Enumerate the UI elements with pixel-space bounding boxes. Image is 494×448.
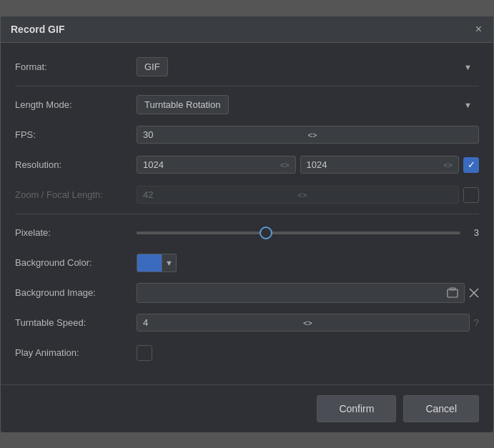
dialog-content: Format: GIF Length Mode: Turntable Rotat… <box>1 43 493 384</box>
fps-control: 30 <> <box>137 126 479 144</box>
length-mode-row: Length Mode: Turntable Rotation <box>15 94 479 116</box>
zoom-row: Zoom / Focal Length: 42 <> <box>15 184 479 206</box>
format-control: GIF <box>137 57 479 76</box>
play-animation-label: Play Animation: <box>15 347 137 358</box>
background-image-control <box>137 283 479 303</box>
fps-arrows[interactable]: <> <box>308 131 473 139</box>
resolution-row: Resolution: 1024 <> 1024 <> <box>15 154 479 176</box>
zoom-value: 42 <box>143 189 298 200</box>
zoom-control: 42 <> <box>137 186 479 204</box>
background-image-clear-icon[interactable] <box>469 288 479 298</box>
cancel-button[interactable]: Cancel <box>403 395 479 422</box>
resolution-label: Resolution: <box>15 159 137 170</box>
pixelate-label: Pixelate: <box>15 227 137 238</box>
length-mode-select-wrapper: Turntable Rotation <box>137 95 479 114</box>
turntable-speed-input-box: 4 <> <box>137 314 470 332</box>
background-image-input[interactable] <box>137 283 465 303</box>
turntable-speed-help-icon: ? <box>474 317 479 328</box>
fps-value: 30 <box>143 129 308 140</box>
pixelate-row: Pixelate: 3 <box>15 221 479 244</box>
play-animation-row: Play Animation: <box>15 342 479 364</box>
background-image-row: Background Image: <box>15 282 479 304</box>
divider-1 <box>15 86 479 86</box>
resolution-height-box: 1024 <> <box>300 156 460 174</box>
fps-label: FPS: <box>15 129 137 140</box>
zoom-arrows: <> <box>298 191 453 199</box>
resolution-height-value: 1024 <box>307 159 327 170</box>
background-image-label: Background Image: <box>15 287 137 298</box>
resolution-lock-checkbox[interactable] <box>463 157 479 173</box>
close-button[interactable]: × <box>474 24 483 35</box>
confirm-button[interactable]: Confirm <box>317 395 396 422</box>
turntable-speed-value: 4 <box>143 317 303 328</box>
turntable-speed-arrows[interactable]: <> <box>303 319 463 327</box>
record-gif-dialog: Record GIF × Format: GIF Length Mode: <box>0 16 494 433</box>
format-row: Format: GIF <box>15 56 479 79</box>
pixelate-control: 3 <box>137 227 479 238</box>
background-image-browse-icon[interactable] <box>447 287 458 299</box>
dialog-footer: Confirm Cancel <box>1 384 493 432</box>
play-animation-control <box>137 345 479 361</box>
format-select[interactable]: GIF <box>137 57 168 76</box>
title-bar: Record GIF × <box>1 16 493 43</box>
resolution-width-value: 1024 <box>143 159 164 170</box>
resolution-width-box: 1024 <> <box>137 156 296 174</box>
svg-rect-0 <box>448 289 458 297</box>
background-color-dropdown[interactable]: ▼ <box>162 254 177 272</box>
pixelate-slider-row: 3 <box>137 227 479 238</box>
turntable-speed-label: Turntable Speed: <box>15 317 137 328</box>
resolution-inputs: 1024 <> 1024 <> <box>137 156 479 174</box>
background-color-swatch[interactable] <box>137 254 162 272</box>
resolution-width-arrows[interactable]: <> <box>280 161 290 169</box>
fps-row: FPS: 30 <> <box>15 124 479 146</box>
play-animation-checkbox[interactable] <box>137 345 152 361</box>
length-mode-select[interactable]: Turntable Rotation <box>137 95 229 114</box>
length-mode-control: Turntable Rotation <box>137 95 479 114</box>
pixelate-slider-thumb[interactable] <box>260 227 272 239</box>
fps-input-box: 30 <> <box>137 126 479 144</box>
length-mode-label: Length Mode: <box>15 99 137 110</box>
format-select-wrapper: GIF <box>137 57 479 76</box>
resolution-height-arrows[interactable]: <> <box>443 161 453 169</box>
turntable-speed-control: 4 <> ? <box>137 314 479 332</box>
background-color-row: Background Color: ▼ <box>15 252 479 274</box>
divider-2 <box>15 214 479 214</box>
zoom-label: Zoom / Focal Length: <box>15 189 137 200</box>
background-color-control: ▼ <box>137 254 479 272</box>
pixelate-slider-fill <box>137 232 266 234</box>
dialog-title: Record GIF <box>11 24 64 35</box>
format-label: Format: <box>15 61 137 72</box>
background-color-label: Background Color: <box>15 257 137 268</box>
zoom-checkbox[interactable] <box>463 187 479 203</box>
turntable-speed-row: Turntable Speed: 4 <> ? <box>15 312 479 334</box>
resolution-control: 1024 <> 1024 <> <box>137 156 479 174</box>
zoom-input-box: 42 <> <box>137 186 459 204</box>
pixelate-value: 3 <box>468 227 479 238</box>
pixelate-slider-track[interactable] <box>137 232 460 234</box>
